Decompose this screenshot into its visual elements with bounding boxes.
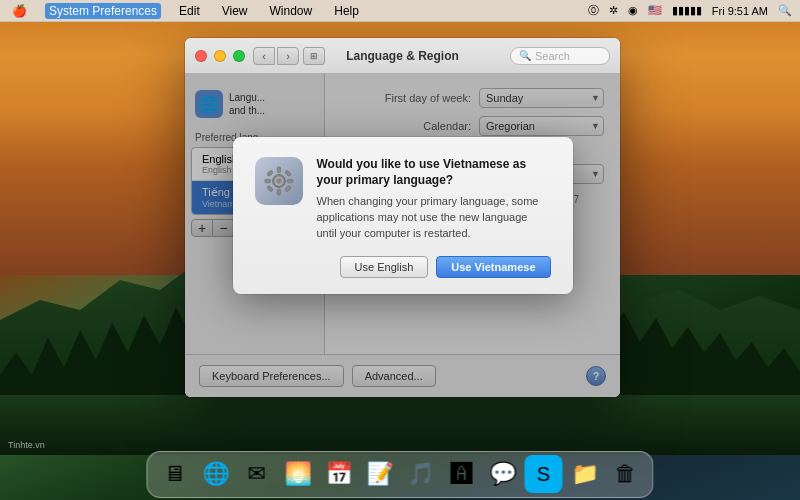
search-placeholder: Search	[535, 50, 570, 62]
menubar-right: ⓪ ✲ ◉ 🇺🇸 ▮▮▮▮▮ Fri 9:51 AM 🔍	[588, 3, 792, 18]
spotlight-icon[interactable]: 🔍	[778, 4, 792, 17]
window-title: Language & Region	[346, 49, 459, 63]
dock-item-photos[interactable]: 🌅	[279, 455, 317, 493]
wifi-icon[interactable]: ◉	[628, 4, 638, 17]
flag-icon[interactable]: 🇺🇸	[648, 4, 662, 17]
window-controls	[195, 50, 245, 62]
search-icon: 🔍	[519, 50, 531, 61]
svg-rect-5	[266, 170, 273, 177]
nav-buttons: ‹ ›	[253, 47, 299, 65]
time-display: Fri 9:51 AM	[712, 5, 768, 17]
menubar: 🍎 System Preferences Edit View Window He…	[0, 0, 800, 22]
dock-item-files[interactable]: 📁	[566, 455, 604, 493]
language-region-window: ‹ › ⊞ Language & Region 🔍 Search 🌐 Langu…	[185, 38, 620, 397]
dock-item-itunes[interactable]: 🎵	[402, 455, 440, 493]
dock-item-skype[interactable]: S	[525, 455, 563, 493]
svg-rect-6	[284, 170, 291, 177]
gear-icon	[261, 163, 297, 199]
battery-icon: ▮▮▮▮▮	[672, 4, 702, 17]
back-button[interactable]: ‹	[253, 47, 275, 65]
dialog-text-area: Would you like to use Vietnamese as your…	[317, 157, 551, 242]
ground	[0, 395, 800, 455]
search-box[interactable]: 🔍 Search	[510, 47, 610, 65]
dock-item-finder[interactable]: 🖥	[156, 455, 194, 493]
window-menu[interactable]: Window	[266, 3, 317, 19]
dock-item-mail[interactable]: ✉	[238, 455, 276, 493]
svg-rect-3	[264, 179, 270, 183]
language-dialog: Would you like to use Vietnamese as your…	[233, 137, 573, 294]
dialog-top: Would you like to use Vietnamese as your…	[255, 157, 551, 242]
view-menu[interactable]: View	[218, 3, 252, 19]
svg-rect-2	[277, 189, 281, 195]
use-english-button[interactable]: Use English	[340, 256, 429, 278]
forward-button[interactable]: ›	[277, 47, 299, 65]
maximize-button[interactable]	[233, 50, 245, 62]
dock: 🖥 🌐 ✉ 🌅 📅 📝 🎵 🅰 💬 S 📁 🗑	[147, 451, 654, 498]
edit-menu[interactable]: Edit	[175, 3, 204, 19]
svg-rect-8	[284, 185, 291, 192]
svg-rect-1	[277, 167, 281, 173]
close-button[interactable]	[195, 50, 207, 62]
help-menu[interactable]: Help	[330, 3, 363, 19]
use-vietnamese-button[interactable]: Use Vietnamese	[436, 256, 550, 278]
dialog-icon	[255, 157, 303, 205]
apple-menu[interactable]: 🍎	[8, 3, 31, 19]
grid-view-button[interactable]: ⊞	[303, 47, 325, 65]
svg-rect-7	[266, 185, 273, 192]
dialog-title: Would you like to use Vietnamese as your…	[317, 157, 551, 188]
dock-item-messages[interactable]: 💬	[484, 455, 522, 493]
dialog-body: When changing your primary language, som…	[317, 194, 551, 242]
svg-point-10	[276, 178, 281, 183]
dock-item-appstore[interactable]: 🅰	[443, 455, 481, 493]
gear-icon-container	[255, 157, 303, 205]
desktop: 🍎 System Preferences Edit View Window He…	[0, 0, 800, 500]
dock-item-calendar[interactable]: 📅	[320, 455, 358, 493]
app-name-menu[interactable]: System Preferences	[45, 3, 161, 19]
minimize-button[interactable]	[214, 50, 226, 62]
titlebar: ‹ › ⊞ Language & Region 🔍 Search	[185, 38, 620, 74]
dock-item-notes[interactable]: 📝	[361, 455, 399, 493]
svg-rect-4	[287, 179, 293, 183]
menubar-left: 🍎 System Preferences Edit View Window He…	[8, 3, 363, 19]
dialog-buttons: Use English Use Vietnamese	[255, 256, 551, 278]
watermark: Tinhte.vn	[8, 440, 45, 450]
bluetooth-icon[interactable]: ✲	[609, 4, 618, 17]
dialog-overlay: Would you like to use Vietnamese as your…	[185, 74, 620, 397]
dock-item-safari[interactable]: 🌐	[197, 455, 235, 493]
dock-item-trash[interactable]: 🗑	[607, 455, 645, 493]
notification-icon[interactable]: ⓪	[588, 3, 599, 18]
